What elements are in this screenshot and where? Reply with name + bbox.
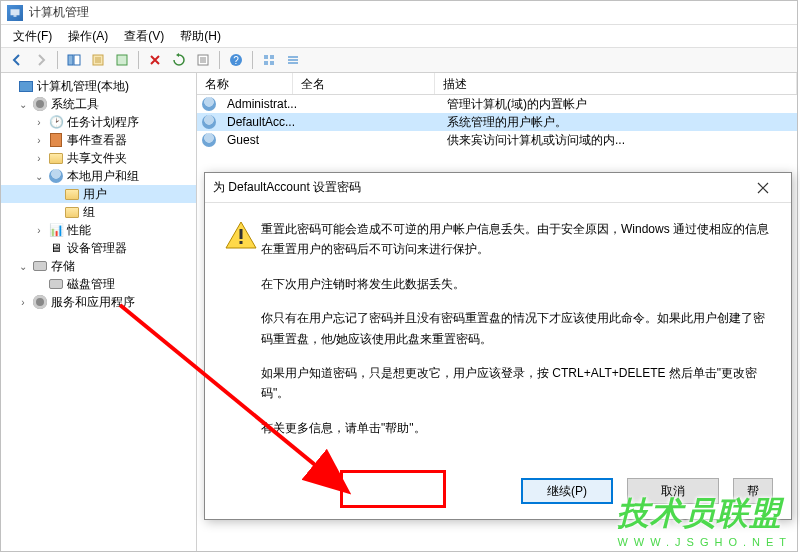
svg-rect-23 [240, 229, 243, 239]
back-button[interactable] [6, 49, 28, 71]
tree-label: 服务和应用程序 [51, 294, 135, 311]
tree-device-manager[interactable]: 🖥设备管理器 [1, 239, 196, 257]
tree-label: 性能 [67, 222, 91, 239]
view-large-button[interactable] [258, 49, 280, 71]
refresh-button[interactable] [168, 49, 190, 71]
titlebar: 计算机管理 [1, 1, 797, 25]
dialog-titlebar: 为 DefaultAccount 设置密码 [205, 173, 791, 203]
tree-label: 任务计划程序 [67, 114, 139, 131]
device-icon: 🖥 [48, 240, 64, 256]
chevron-right-icon: › [33, 225, 45, 236]
tree-storage[interactable]: ⌄存储 [1, 257, 196, 275]
dialog-para-2: 在下次用户注销时将发生此数据丢失。 [261, 274, 771, 294]
chevron-down-icon: ⌄ [17, 261, 29, 272]
dialog-para-5: 有关更多信息，请单击"帮助"。 [261, 418, 771, 438]
tree-disk-management[interactable]: 磁盘管理 [1, 275, 196, 293]
close-icon [757, 182, 769, 194]
disk-icon [48, 276, 64, 292]
toolbar-separator-4 [252, 51, 253, 69]
svg-rect-0 [11, 9, 20, 15]
chevron-right-icon: › [33, 117, 45, 128]
svg-rect-18 [270, 61, 274, 65]
services-icon [32, 294, 48, 310]
list-button[interactable] [192, 49, 214, 71]
password-dialog: 为 DefaultAccount 设置密码 重置此密码可能会造成不可逆的用户帐户… [204, 172, 792, 520]
dialog-para-3: 你只有在用户忘记了密码并且没有密码重置盘的情况下才应该使用此命令。如果此用户创建… [261, 308, 771, 349]
tree-event-viewer[interactable]: ›事件查看器 [1, 131, 196, 149]
tree-performance[interactable]: ›📊性能 [1, 221, 196, 239]
tools-icon [32, 96, 48, 112]
tree-label: 设备管理器 [67, 240, 127, 257]
chevron-down-icon: ⌄ [17, 99, 29, 110]
list-row[interactable]: Guest 供来宾访问计算机或访问域的内... [197, 131, 797, 149]
chevron-right-icon: › [17, 297, 29, 308]
menu-help[interactable]: 帮助(H) [172, 26, 229, 47]
book-icon [48, 132, 64, 148]
svg-rect-24 [240, 241, 243, 244]
svg-rect-1 [14, 15, 17, 17]
menubar: 文件(F) 操作(A) 查看(V) 帮助(H) [1, 25, 797, 47]
menu-file[interactable]: 文件(F) [5, 26, 60, 47]
folder-icon [64, 186, 80, 202]
tree-label: 磁盘管理 [67, 276, 115, 293]
window-title: 计算机管理 [29, 4, 89, 21]
col-header-name[interactable]: 名称 [197, 73, 293, 94]
tree-services-apps[interactable]: ›服务和应用程序 [1, 293, 196, 311]
view-details-button[interactable] [282, 49, 304, 71]
tree-groups[interactable]: 组 [1, 203, 196, 221]
folder-icon [64, 204, 80, 220]
svg-rect-2 [68, 55, 73, 65]
dialog-title: 为 DefaultAccount 设置密码 [213, 179, 743, 196]
cancel-button[interactable]: 取消 [627, 478, 719, 504]
chevron-right-icon: › [33, 153, 45, 164]
dialog-button-row: 继续(P) 取消 帮 [205, 463, 791, 519]
tree-users[interactable]: 用户 [1, 185, 196, 203]
help-button[interactable]: ? [225, 49, 247, 71]
col-header-fullname[interactable]: 全名 [293, 73, 435, 94]
close-button[interactable] [743, 174, 783, 202]
svg-text:?: ? [233, 55, 239, 66]
tree-label: 计算机管理(本地) [37, 78, 129, 95]
show-hide-tree-button[interactable] [63, 49, 85, 71]
tree-label: 系统工具 [51, 96, 99, 113]
user-icon [201, 114, 217, 130]
app-icon [7, 5, 23, 21]
svg-rect-15 [264, 55, 268, 59]
user-icon [201, 132, 217, 148]
col-header-desc[interactable]: 描述 [435, 73, 797, 94]
delete-button[interactable] [144, 49, 166, 71]
tree-task-scheduler[interactable]: ›🕑任务计划程序 [1, 113, 196, 131]
svg-rect-21 [288, 62, 298, 64]
dialog-text: 重置此密码可能会造成不可逆的用户帐户信息丢失。由于安全原因，Windows 通过… [261, 219, 771, 463]
list-row[interactable]: DefaultAcc... 系统管理的用户帐户。 [197, 113, 797, 131]
list-header: 名称 全名 描述 [197, 73, 797, 95]
tree-root[interactable]: 计算机管理(本地) [1, 77, 196, 95]
users-icon [48, 168, 64, 184]
list-row[interactable]: Administrat... 管理计算机(域)的内置帐户 [197, 95, 797, 113]
tree-label: 本地用户和组 [67, 168, 139, 185]
svg-rect-3 [74, 55, 80, 65]
tree-panel[interactable]: 计算机管理(本地) ⌄系统工具 ›🕑任务计划程序 ›事件查看器 ›共享文件夹 ⌄… [1, 73, 197, 551]
tree-shared-folders[interactable]: ›共享文件夹 [1, 149, 196, 167]
properties-button[interactable] [87, 49, 109, 71]
chevron-down-icon: ⌄ [33, 171, 45, 182]
user-icon [201, 96, 217, 112]
tree-label: 组 [83, 204, 95, 221]
storage-icon [32, 258, 48, 274]
svg-rect-8 [117, 55, 127, 65]
continue-button[interactable]: 继续(P) [521, 478, 613, 504]
toolbar: ? [1, 47, 797, 73]
cell-desc: 系统管理的用户帐户。 [439, 114, 797, 131]
help-button[interactable]: 帮 [733, 478, 773, 504]
menu-view[interactable]: 查看(V) [116, 26, 172, 47]
cell-name: Guest [219, 133, 297, 147]
svg-rect-19 [288, 56, 298, 58]
menu-action[interactable]: 操作(A) [60, 26, 116, 47]
forward-button[interactable] [30, 49, 52, 71]
export-button[interactable] [111, 49, 133, 71]
svg-rect-20 [288, 59, 298, 61]
tree-system-tools[interactable]: ⌄系统工具 [1, 95, 196, 113]
tree-local-users[interactable]: ⌄本地用户和组 [1, 167, 196, 185]
svg-rect-16 [270, 55, 274, 59]
warning-icon [225, 219, 261, 463]
